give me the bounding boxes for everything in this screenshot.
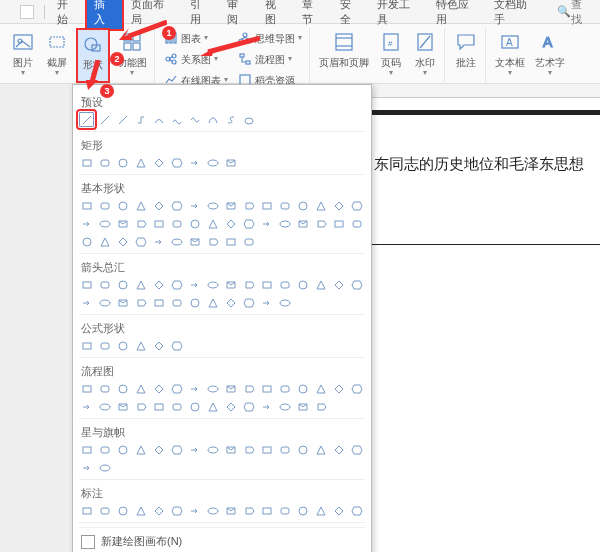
shape-item[interactable] — [169, 216, 184, 231]
shape-item[interactable] — [295, 277, 310, 292]
tab-featured[interactable]: 特色应用 — [428, 0, 487, 30]
shape-item[interactable] — [295, 381, 310, 396]
shape-item[interactable] — [115, 442, 130, 457]
shape-item[interactable] — [295, 442, 310, 457]
shape-item[interactable] — [79, 503, 94, 518]
shape-item[interactable] — [97, 442, 112, 457]
shape-item[interactable] — [115, 338, 130, 353]
screenshot-button[interactable]: 截屏▾ — [42, 28, 72, 79]
shape-item[interactable] — [115, 399, 130, 414]
shape-item[interactable] — [295, 216, 310, 231]
shape-item[interactable] — [169, 234, 184, 249]
shape-item[interactable] — [97, 460, 112, 475]
shape-item[interactable] — [97, 295, 112, 310]
shape-item[interactable] — [133, 155, 148, 170]
shape-item[interactable] — [349, 442, 364, 457]
shape-item[interactable] — [295, 503, 310, 518]
shape-item[interactable] — [187, 381, 202, 396]
shape-item[interactable] — [187, 155, 202, 170]
shape-item[interactable] — [115, 234, 130, 249]
shape-item[interactable] — [151, 503, 166, 518]
shape-item[interactable] — [241, 399, 256, 414]
shape-item[interactable] — [259, 442, 274, 457]
shape-item[interactable] — [223, 216, 238, 231]
shape-item[interactable] — [97, 381, 112, 396]
tab-dochelper[interactable]: 文档助手 — [486, 0, 545, 30]
shape-item[interactable] — [79, 155, 94, 170]
shape-item[interactable] — [313, 381, 328, 396]
panel-footer[interactable]: 新建绘图画布(N) — [79, 527, 365, 552]
shape-item[interactable] — [313, 198, 328, 213]
shape-curve2[interactable] — [205, 112, 220, 127]
shape-item[interactable] — [133, 277, 148, 292]
shape-item[interactable] — [79, 277, 94, 292]
shape-item[interactable] — [133, 503, 148, 518]
shape-item[interactable] — [349, 216, 364, 231]
shape-item[interactable] — [205, 381, 220, 396]
shape-item[interactable] — [277, 503, 292, 518]
shape-item[interactable] — [259, 381, 274, 396]
shape-item[interactable] — [133, 442, 148, 457]
tab-reference[interactable]: 引用 — [182, 0, 219, 30]
shape-item[interactable] — [97, 155, 112, 170]
shape-item[interactable] — [223, 381, 238, 396]
shape-item[interactable] — [133, 338, 148, 353]
shape-item[interactable] — [223, 198, 238, 213]
shape-item[interactable] — [277, 381, 292, 396]
shape-connector[interactable] — [133, 112, 148, 127]
shape-item[interactable] — [241, 216, 256, 231]
document-text-line[interactable]: 东同志的历史地位和毛泽东思想 — [374, 155, 600, 174]
shape-item[interactable] — [79, 234, 94, 249]
shape-item[interactable] — [79, 216, 94, 231]
shape-item[interactable] — [169, 295, 184, 310]
shape-item[interactable] — [151, 442, 166, 457]
shape-item[interactable] — [241, 442, 256, 457]
shape-curve[interactable] — [151, 112, 166, 127]
shape-item[interactable] — [187, 503, 202, 518]
shape-item[interactable] — [97, 277, 112, 292]
shape-item[interactable] — [223, 442, 238, 457]
wordart-button[interactable]: A 艺术字▾ — [532, 28, 568, 79]
shape-item[interactable] — [313, 503, 328, 518]
shape-item[interactable] — [331, 277, 346, 292]
shape-item[interactable] — [115, 503, 130, 518]
shape-item[interactable] — [133, 198, 148, 213]
shape-item[interactable] — [151, 155, 166, 170]
shape-item[interactable] — [313, 277, 328, 292]
shape-item[interactable] — [151, 381, 166, 396]
shape-item[interactable] — [151, 338, 166, 353]
shape-item[interactable] — [349, 198, 364, 213]
shape-item[interactable] — [151, 216, 166, 231]
shape-item[interactable] — [295, 198, 310, 213]
shape-item[interactable] — [151, 198, 166, 213]
shape-item[interactable] — [223, 399, 238, 414]
watermark-button[interactable]: 水印▾ — [410, 28, 440, 79]
tab-chapter[interactable]: 章节 — [294, 0, 331, 30]
tab-insert[interactable]: 插入 — [86, 0, 123, 30]
textbox-button[interactable]: A 文本框▾ — [492, 28, 528, 79]
tab-view[interactable]: 视图 — [257, 0, 294, 30]
picture-button[interactable]: 图片▾ — [8, 28, 38, 79]
shape-item[interactable] — [187, 295, 202, 310]
shape-item[interactable] — [151, 234, 166, 249]
shape-item[interactable] — [205, 295, 220, 310]
shape-item[interactable] — [133, 295, 148, 310]
shape-item[interactable] — [97, 216, 112, 231]
shape-item[interactable] — [187, 216, 202, 231]
shape-item[interactable] — [331, 381, 346, 396]
shape-item[interactable] — [79, 399, 94, 414]
comment-button[interactable]: 批注 — [451, 28, 481, 72]
shape-item[interactable] — [205, 234, 220, 249]
shape-item[interactable] — [115, 216, 130, 231]
shape-item[interactable] — [331, 198, 346, 213]
shape-item[interactable] — [241, 234, 256, 249]
shape-item[interactable] — [223, 155, 238, 170]
shape-item[interactable] — [133, 216, 148, 231]
shape-item[interactable] — [241, 198, 256, 213]
shape-cloud[interactable] — [241, 112, 256, 127]
shape-item[interactable] — [169, 277, 184, 292]
shape-item[interactable] — [223, 295, 238, 310]
shape-item[interactable] — [277, 216, 292, 231]
shape-item[interactable] — [331, 503, 346, 518]
shape-item[interactable] — [277, 295, 292, 310]
